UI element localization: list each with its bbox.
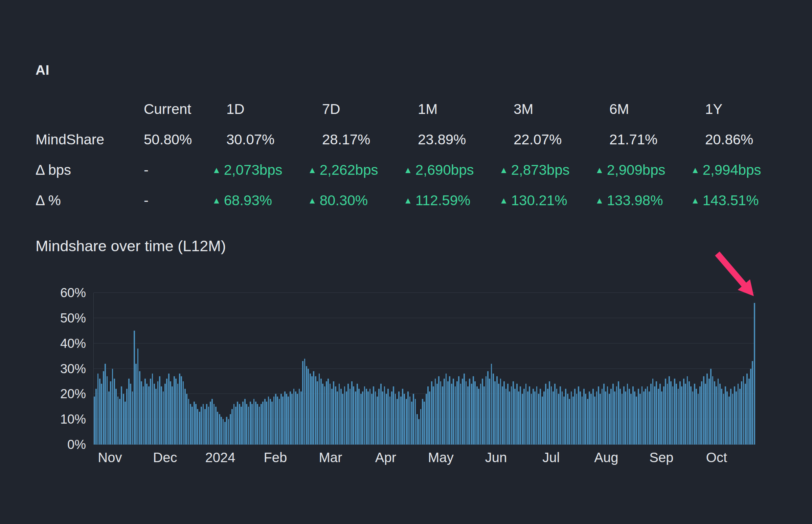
bar[interactable]	[177, 384, 179, 445]
bar[interactable]	[320, 379, 322, 445]
bar[interactable]	[652, 379, 654, 445]
bar[interactable]	[101, 384, 102, 445]
bar[interactable]	[703, 376, 704, 445]
bar[interactable]	[306, 366, 307, 445]
bar[interactable]	[213, 404, 215, 445]
bar[interactable]	[523, 389, 525, 445]
bar[interactable]	[389, 396, 391, 445]
bar[interactable]	[237, 402, 238, 445]
bar[interactable]	[694, 384, 695, 445]
bar[interactable]	[117, 396, 119, 445]
bar[interactable]	[346, 392, 347, 445]
bar[interactable]	[114, 379, 115, 445]
bar[interactable]	[532, 389, 534, 445]
bar[interactable]	[224, 422, 226, 445]
bar[interactable]	[326, 381, 327, 445]
bar[interactable]	[132, 392, 133, 445]
bar[interactable]	[752, 361, 753, 445]
bar[interactable]	[444, 379, 445, 445]
bar[interactable]	[622, 394, 623, 445]
bar[interactable]	[426, 394, 427, 445]
bar[interactable]	[210, 402, 211, 445]
bar[interactable]	[174, 376, 175, 445]
bar[interactable]	[471, 384, 472, 445]
bar[interactable]	[436, 384, 438, 445]
bar[interactable]	[701, 381, 702, 445]
bar[interactable]	[378, 389, 380, 445]
bar[interactable]	[522, 394, 523, 445]
bar[interactable]	[578, 387, 579, 445]
bar[interactable]	[458, 376, 460, 445]
bar[interactable]	[382, 392, 383, 445]
bar[interactable]	[297, 394, 298, 445]
bar[interactable]	[235, 407, 237, 445]
bar[interactable]	[531, 394, 532, 445]
bar[interactable]	[266, 402, 267, 445]
bar[interactable]	[429, 392, 430, 445]
bar[interactable]	[373, 387, 374, 445]
bar[interactable]	[190, 404, 191, 445]
bar[interactable]	[681, 387, 682, 445]
bar[interactable]	[705, 384, 706, 445]
bar[interactable]	[95, 389, 97, 445]
bar[interactable]	[322, 384, 323, 445]
bar[interactable]	[654, 387, 655, 445]
bar[interactable]	[491, 364, 492, 445]
bar[interactable]	[191, 407, 193, 445]
bar[interactable]	[551, 387, 552, 445]
bar[interactable]	[669, 376, 670, 445]
bar[interactable]	[367, 392, 369, 445]
bar[interactable]	[259, 407, 260, 445]
bar[interactable]	[255, 402, 256, 445]
bar[interactable]	[750, 369, 751, 445]
bar[interactable]	[161, 387, 162, 445]
bar[interactable]	[685, 384, 686, 445]
bar[interactable]	[166, 379, 168, 445]
bar[interactable]	[598, 387, 599, 445]
bar[interactable]	[228, 419, 229, 445]
bar[interactable]	[504, 381, 505, 445]
bar[interactable]	[146, 384, 147, 445]
bar[interactable]	[307, 369, 309, 445]
bar[interactable]	[203, 404, 204, 445]
bar[interactable]	[141, 381, 142, 445]
bar[interactable]	[413, 394, 414, 445]
bar[interactable]	[696, 389, 697, 445]
bar[interactable]	[536, 387, 538, 445]
bar[interactable]	[275, 394, 276, 445]
bar[interactable]	[618, 381, 619, 445]
bar[interactable]	[300, 392, 302, 445]
bar[interactable]	[672, 387, 674, 445]
bar[interactable]	[482, 379, 483, 445]
bar[interactable]	[476, 387, 478, 445]
bar[interactable]	[273, 396, 275, 445]
bar[interactable]	[627, 384, 628, 445]
bar[interactable]	[509, 392, 510, 445]
bar[interactable]	[667, 384, 668, 445]
bar[interactable]	[587, 399, 588, 445]
bar[interactable]	[420, 409, 421, 445]
bar[interactable]	[565, 389, 567, 445]
bar[interactable]	[674, 379, 675, 445]
bar[interactable]	[277, 396, 278, 445]
bar[interactable]	[558, 394, 559, 445]
bar[interactable]	[583, 389, 585, 445]
bar[interactable]	[457, 381, 458, 445]
bar[interactable]	[387, 389, 389, 445]
bar[interactable]	[625, 392, 626, 445]
bar[interactable]	[284, 392, 286, 445]
bar[interactable]	[183, 381, 184, 445]
bar[interactable]	[148, 387, 149, 445]
bar[interactable]	[232, 409, 233, 445]
bar[interactable]	[549, 381, 550, 445]
bar[interactable]	[400, 396, 402, 445]
bar[interactable]	[319, 374, 320, 445]
bar[interactable]	[286, 394, 287, 445]
bar[interactable]	[279, 399, 280, 445]
bar[interactable]	[415, 399, 416, 445]
bar[interactable]	[739, 389, 741, 445]
bar[interactable]	[453, 379, 454, 445]
bar[interactable]	[217, 412, 218, 445]
bar[interactable]	[137, 348, 139, 445]
bar[interactable]	[380, 384, 382, 445]
